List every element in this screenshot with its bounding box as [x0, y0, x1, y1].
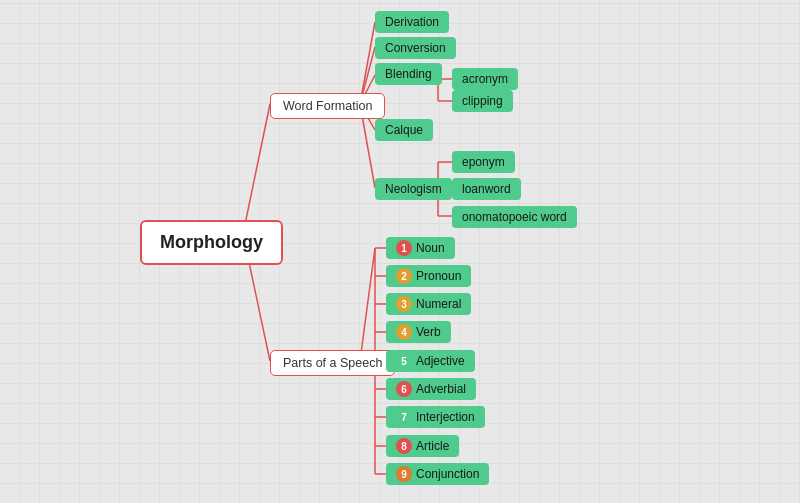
- neologism-label: Neologism: [375, 178, 452, 200]
- calque-node: Calque: [375, 119, 433, 141]
- pronoun-badge: 2: [396, 268, 412, 284]
- conjunction-node: 9 Conjunction: [386, 463, 489, 485]
- eponym-label: eponym: [452, 151, 515, 173]
- article-node: 8 Article: [386, 435, 459, 457]
- clipping-label: clipping: [452, 90, 513, 112]
- conversion-label: Conversion: [375, 37, 456, 59]
- interjection-label: 7 Interjection: [386, 406, 485, 428]
- acronym-node: acronym: [452, 68, 518, 90]
- svg-line-0: [243, 104, 270, 234]
- loanword-label: loanword: [452, 178, 521, 200]
- adverbial-node: 6 Adverbial: [386, 378, 476, 400]
- parts-of-speech-node: Parts of a Speech: [270, 350, 395, 376]
- adjective-node: 5 Adjective: [386, 350, 475, 372]
- neologism-node: Neologism: [375, 178, 452, 200]
- word-formation-node: Word Formation: [270, 93, 385, 119]
- blending-label: Blending: [375, 63, 442, 85]
- conjunction-label: 9 Conjunction: [386, 463, 489, 485]
- morphology-label: Morphology: [140, 220, 283, 265]
- numeral-label: 3 Numeral: [386, 293, 471, 315]
- verb-label: 4 Verb: [386, 321, 451, 343]
- verb-node: 4 Verb: [386, 321, 451, 343]
- adverbial-badge: 6: [396, 381, 412, 397]
- onomatopoeic-label: onomatopoeic word: [452, 206, 577, 228]
- numeral-badge: 3: [396, 296, 412, 312]
- onomatopoeic-node: onomatopoeic word: [452, 206, 577, 228]
- morphology-node: Morphology: [140, 220, 283, 265]
- parts-of-speech-label: Parts of a Speech: [270, 350, 395, 376]
- article-label: 8 Article: [386, 435, 459, 457]
- adverbial-label: 6 Adverbial: [386, 378, 476, 400]
- pronoun-label: 2 Pronoun: [386, 265, 471, 287]
- verb-badge: 4: [396, 324, 412, 340]
- noun-node: 1 Noun: [386, 237, 455, 259]
- pronoun-node: 2 Pronoun: [386, 265, 471, 287]
- noun-badge: 1: [396, 240, 412, 256]
- interjection-node: 7 Interjection: [386, 406, 485, 428]
- adjective-badge: 5: [396, 353, 412, 369]
- conjunction-badge: 9: [396, 466, 412, 482]
- noun-label: 1 Noun: [386, 237, 455, 259]
- word-formation-label: Word Formation: [270, 93, 385, 119]
- blending-node: Blending: [375, 63, 442, 85]
- clipping-node: clipping: [452, 90, 513, 112]
- loanword-node: loanword: [452, 178, 521, 200]
- interjection-badge: 7: [396, 409, 412, 425]
- acronym-label: acronym: [452, 68, 518, 90]
- derivation-node: Derivation: [375, 11, 449, 33]
- numeral-node: 3 Numeral: [386, 293, 471, 315]
- svg-line-2: [360, 22, 375, 104]
- conversion-node: Conversion: [375, 37, 456, 59]
- article-badge: 8: [396, 438, 412, 454]
- calque-label: Calque: [375, 119, 433, 141]
- adjective-label: 5 Adjective: [386, 350, 475, 372]
- derivation-label: Derivation: [375, 11, 449, 33]
- eponym-node: eponym: [452, 151, 515, 173]
- svg-line-17: [360, 248, 375, 361]
